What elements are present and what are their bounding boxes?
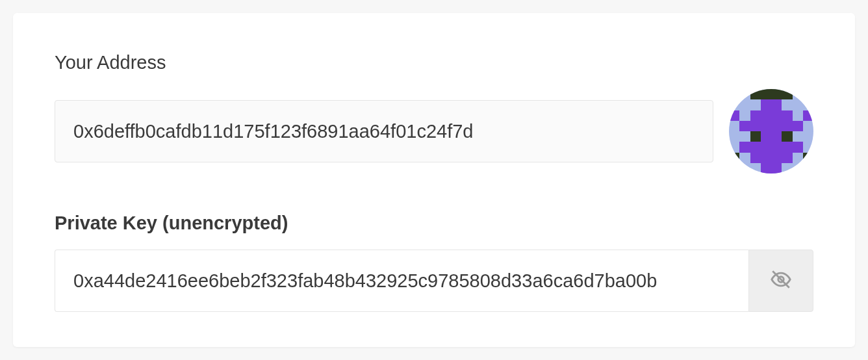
address-input[interactable] (55, 100, 713, 162)
eye-off-icon (770, 268, 792, 293)
svg-rect-22 (793, 121, 803, 131)
wallet-card: Your Address (13, 13, 855, 347)
address-label: Your Address (55, 52, 166, 73)
svg-rect-11 (729, 110, 739, 121)
svg-rect-31 (750, 153, 761, 163)
svg-rect-36 (771, 163, 782, 174)
svg-rect-30 (793, 142, 803, 152)
svg-rect-33 (771, 153, 782, 163)
private-key-section: Private Key (unencrypted) (55, 212, 813, 312)
svg-rect-10 (771, 99, 782, 110)
svg-rect-1 (750, 89, 761, 99)
address-row (55, 89, 813, 174)
svg-rect-27 (761, 142, 771, 152)
svg-rect-21 (782, 121, 792, 131)
svg-rect-13 (761, 110, 771, 121)
svg-rect-4 (782, 89, 792, 99)
svg-rect-12 (750, 110, 761, 121)
svg-rect-28 (771, 142, 782, 152)
svg-rect-25 (739, 142, 750, 152)
svg-rect-14 (771, 110, 782, 121)
svg-rect-18 (750, 121, 761, 131)
identicon-icon (729, 89, 813, 174)
address-section: Your Address (55, 52, 813, 174)
svg-rect-3 (771, 89, 782, 99)
svg-rect-16 (803, 110, 813, 121)
svg-rect-15 (782, 110, 792, 121)
svg-rect-23 (761, 131, 771, 142)
svg-rect-17 (739, 121, 750, 131)
svg-rect-7 (729, 153, 739, 163)
svg-rect-34 (782, 153, 792, 163)
svg-rect-19 (761, 121, 771, 131)
svg-rect-9 (761, 99, 771, 110)
svg-rect-6 (782, 131, 792, 142)
svg-rect-35 (761, 163, 771, 174)
private-key-row (55, 250, 813, 312)
svg-rect-24 (771, 131, 782, 142)
svg-rect-8 (803, 153, 813, 163)
toggle-visibility-button[interactable] (748, 250, 813, 312)
svg-rect-20 (771, 121, 782, 131)
private-key-input[interactable] (55, 250, 748, 312)
svg-rect-2 (761, 89, 771, 99)
private-key-label: Private Key (unencrypted) (55, 212, 288, 234)
svg-rect-5 (750, 131, 761, 142)
svg-rect-29 (782, 142, 792, 152)
svg-rect-32 (761, 153, 771, 163)
svg-rect-26 (750, 142, 761, 152)
